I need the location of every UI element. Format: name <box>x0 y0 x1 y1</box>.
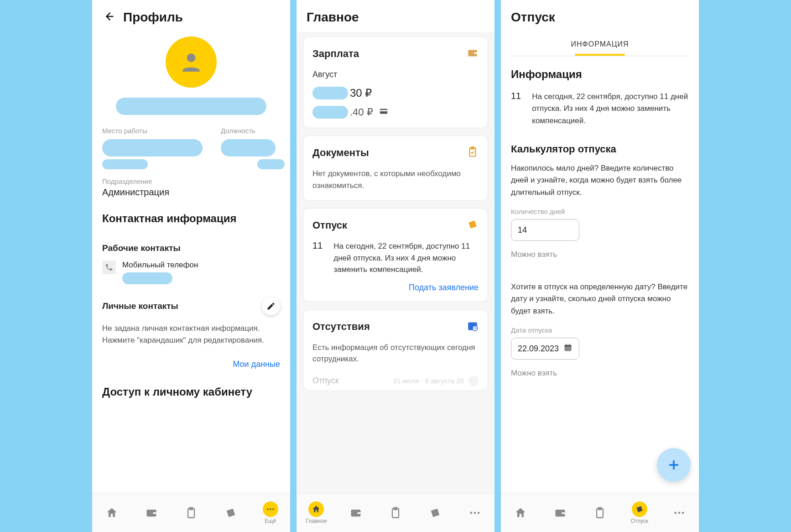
personal-contacts-header: Личные контакты <box>102 297 280 315</box>
back-arrow-icon[interactable] <box>102 10 115 25</box>
page-title: Отпуск <box>511 10 555 24</box>
name-redacted-row <box>102 98 280 115</box>
mobile-phone-block: Мобильный телефон <box>122 261 198 284</box>
home-icon <box>312 505 321 514</box>
vacation-header: Отпуск <box>312 219 479 232</box>
edit-button[interactable] <box>262 297 280 315</box>
absences-title: Отсутствия <box>312 321 370 333</box>
dots-icon <box>468 506 481 519</box>
personal-contacts-title: Личные контакты <box>102 301 178 311</box>
pencil-icon <box>266 302 276 311</box>
salary-card[interactable]: Зарплата Август 30 ₽ .40 ₽ <box>303 37 488 128</box>
date-input-value: 22.09.2023 <box>518 344 559 354</box>
screen-profile: Профиль Место работы Должность Подраздел <box>92 0 290 532</box>
my-data-link[interactable]: Мои данные <box>233 360 280 369</box>
clipboard-icon <box>389 506 402 519</box>
nav-ticket[interactable] <box>422 506 449 519</box>
ticket-icon <box>224 506 237 519</box>
svg-rect-2 <box>153 512 156 514</box>
days-input[interactable]: 14 <box>511 219 579 241</box>
mobile-phone-row[interactable]: Мобильный телефон <box>102 261 280 284</box>
svg-point-6 <box>270 508 271 510</box>
days-input-label: Количество дней <box>511 208 689 215</box>
nav-clipboard[interactable] <box>586 506 614 519</box>
nav-wallet[interactable] <box>546 506 574 519</box>
nav-home[interactable]: Главное <box>302 501 330 524</box>
nav-ticket-label: Отпуск <box>631 518 648 524</box>
nav-ticket[interactable]: Отпуск <box>626 501 653 524</box>
absences-header: Отсутствия <box>312 320 479 334</box>
documents-text: Нет документов, с которыми необходимо оз… <box>312 168 479 191</box>
nav-home[interactable] <box>507 506 534 519</box>
clipboard-check-icon <box>467 146 479 160</box>
home-icon <box>105 506 118 519</box>
access-title: Доступ к личному кабинету <box>102 386 280 398</box>
absence-row[interactable]: Отпуск 31 июля - 6 августа 20 <box>312 376 479 386</box>
vacation-apply-link[interactable]: Подать заявление <box>409 283 479 292</box>
profile-header: Профиль <box>102 10 280 25</box>
position-block: Должность <box>221 127 285 169</box>
plus-icon <box>666 457 682 473</box>
svg-rect-25 <box>565 345 572 346</box>
nav-clipboard[interactable] <box>177 506 205 519</box>
date-input[interactable]: 22.09.2023 <box>511 338 579 360</box>
svg-rect-29 <box>562 512 565 514</box>
nav-clipboard[interactable] <box>382 506 409 519</box>
nav-more[interactable] <box>461 506 489 519</box>
card-payment-icon <box>379 106 389 118</box>
calendar-icon[interactable] <box>563 343 572 355</box>
info-section-title: Информация <box>511 68 689 81</box>
svg-rect-18 <box>358 512 361 514</box>
ticket-icon-circle <box>632 501 647 517</box>
absences-card[interactable]: Отсутствия Есть информация об отсутствую… <box>303 309 488 391</box>
calc-hint-2: Хотите в отпуск на определенную дату? Вв… <box>511 281 689 317</box>
home-icon-circle <box>308 501 324 517</box>
calc-hint-1: Накопилось мало дней? Введите количество… <box>511 162 689 198</box>
avatar-row <box>102 37 280 88</box>
svg-point-22 <box>474 511 476 514</box>
vacation-card[interactable]: Отпуск 11 На сегодня, 22 сентября, досту… <box>303 208 488 302</box>
tab-underline <box>575 54 625 56</box>
work-contacts-title: Рабочие контакты <box>102 243 280 253</box>
nav-wallet[interactable] <box>342 506 369 519</box>
redacted-phone <box>122 272 172 284</box>
nav-home[interactable] <box>98 506 125 519</box>
work-position-row: Место работы Должность <box>102 127 280 169</box>
salary-amount-1-suffix: 30 ₽ <box>350 87 372 99</box>
date-input-label: Дата отпуска <box>511 326 689 334</box>
clipboard-icon <box>185 506 198 519</box>
tab-info[interactable]: ИНФОРМАЦИЯ <box>511 40 689 54</box>
contact-info-title: Контактная информация <box>102 212 280 225</box>
nav-wallet[interactable] <box>138 506 165 519</box>
person-icon <box>178 49 204 75</box>
svg-rect-27 <box>569 344 570 345</box>
avatar[interactable] <box>166 37 217 88</box>
nav-more[interactable] <box>666 506 693 519</box>
nav-home-label: Главное <box>306 518 327 524</box>
svg-point-33 <box>678 511 680 514</box>
documents-card[interactable]: Документы Нет документов, с которыми нео… <box>303 136 488 201</box>
phone-icon <box>102 261 116 274</box>
department-block: Подразделение Администрация <box>102 177 280 198</box>
nav-ticket[interactable] <box>217 506 245 519</box>
main-content: Главное Зарплата Август 30 ₽ .40 ₽ <box>297 0 494 532</box>
vacation-body: 11 На сегодня, 22 сентября, доступно 11 … <box>312 240 479 276</box>
redacted-position-2 <box>257 159 285 169</box>
calc-title: Калькулятор отпуска <box>511 143 689 155</box>
workplace-block: Место работы <box>102 127 203 169</box>
documents-title: Документы <box>312 147 369 159</box>
fab-add[interactable] <box>657 448 691 482</box>
absence-row-dates: 31 июля - 6 августа 20 <box>393 377 464 385</box>
vacation-title: Отпуск <box>312 219 347 231</box>
redacted-amount-2 <box>312 106 348 119</box>
nav-more[interactable]: Ещё <box>257 501 284 524</box>
my-data-row: Мои данные <box>102 360 280 369</box>
nav-more-label: Ещё <box>265 518 276 524</box>
absence-row-right: 31 июля - 6 августа 20 <box>393 376 479 386</box>
clipboard-icon <box>593 506 606 519</box>
info-days: 11 <box>511 91 521 127</box>
vacation-days: 11 <box>312 240 323 276</box>
cards-scroll: Зарплата Август 30 ₽ .40 ₽ <box>297 32 494 532</box>
salary-header: Зарплата <box>312 47 479 61</box>
salary-row-2: .40 ₽ <box>312 106 479 119</box>
